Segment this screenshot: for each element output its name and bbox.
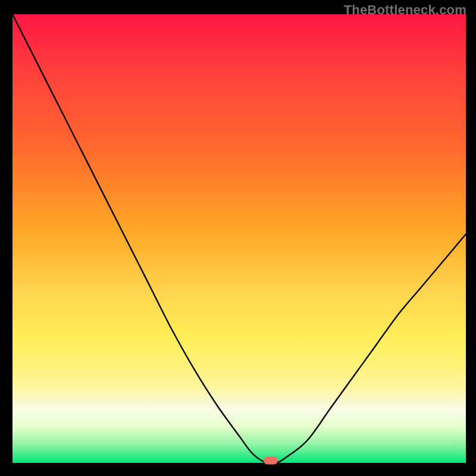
chart-frame: TheBottleneck.com xyxy=(0,0,476,476)
plot-area xyxy=(12,14,466,463)
curve-path xyxy=(12,14,466,464)
optimal-marker xyxy=(264,457,278,465)
bottleneck-curve xyxy=(12,14,466,463)
watermark-text: TheBottleneck.com xyxy=(344,2,466,18)
